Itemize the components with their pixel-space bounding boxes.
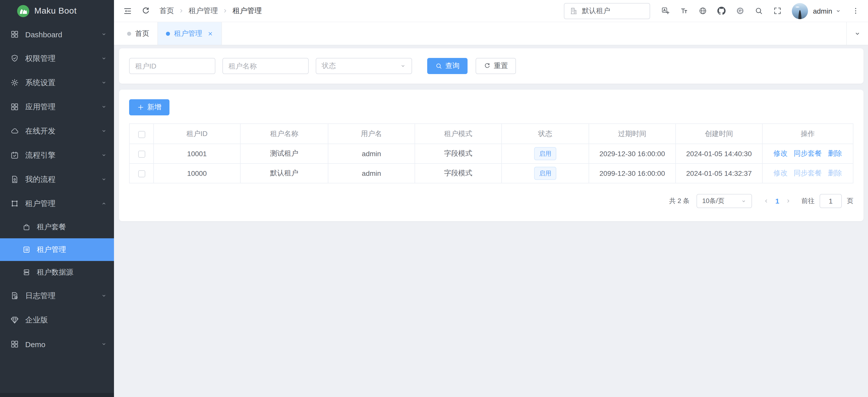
page-size-select[interactable]: 10条/页	[696, 194, 752, 208]
chevron-down-icon	[854, 30, 861, 37]
refresh-icon	[484, 63, 491, 69]
pager: 1	[763, 197, 791, 205]
col-tenant-id: 租户ID	[154, 124, 240, 144]
page-size-value: 10条/页	[702, 197, 724, 205]
sidebar-item-label: 企业版	[25, 315, 107, 325]
chevron-down-icon	[101, 341, 107, 347]
avatar[interactable]	[792, 3, 808, 19]
diamond-icon	[10, 316, 19, 325]
page-number[interactable]: 1	[775, 197, 779, 205]
tenant-select[interactable]: 默认租户	[564, 3, 650, 19]
status-badge[interactable]: 启用	[534, 167, 556, 180]
font-size-icon[interactable]	[680, 6, 688, 15]
sidebar-item-tenant-management[interactable]: 租户管理	[0, 192, 114, 216]
shield-check-icon	[10, 54, 19, 63]
demo-grid-icon	[10, 339, 19, 349]
fullscreen-icon[interactable]	[773, 6, 782, 15]
search-icon[interactable]	[754, 6, 763, 15]
gear-icon	[10, 78, 19, 87]
close-icon[interactable]	[207, 31, 213, 36]
cell-expire-time: 2029-12-30 16:00:00	[589, 144, 676, 164]
reset-button[interactable]: 重置	[475, 58, 516, 74]
delete-link[interactable]: 删除	[828, 149, 842, 158]
calendar-check-icon	[10, 151, 19, 160]
sidebar-subitem-tenant-management-active[interactable]: 租户管理	[0, 238, 114, 261]
add-button[interactable]: 新增	[129, 99, 169, 115]
status-select-placeholder: 状态	[322, 62, 336, 70]
apps-grid-icon	[10, 102, 19, 111]
chevron-down-icon	[101, 31, 107, 37]
sidebar-subitem-tenant-package[interactable]: 租户套餐	[0, 216, 114, 238]
sidebar-item-workflow-engine[interactable]: 流程引擎	[0, 143, 114, 167]
refresh-icon[interactable]	[141, 6, 150, 15]
sidebar-item-my-workflow[interactable]: 我的流程	[0, 167, 114, 192]
github-icon[interactable]	[717, 6, 726, 15]
sidebar-item-system-settings[interactable]: 系统设置	[0, 70, 114, 95]
chevron-down-icon	[101, 56, 107, 62]
log-document-icon	[10, 291, 19, 300]
chevron-right-icon	[222, 7, 228, 14]
sidebar-item-label: Demo	[25, 340, 101, 349]
goto-page-input[interactable]	[819, 194, 842, 208]
status-badge[interactable]: 启用	[534, 147, 556, 160]
sidebar-item-label: 我的流程	[25, 174, 101, 184]
col-mode: 租户模式	[415, 124, 502, 144]
search-button[interactable]: 查询	[427, 58, 468, 74]
add-button-label: 新增	[147, 103, 161, 112]
sidebar-item-app-management[interactable]: 应用管理	[0, 95, 114, 119]
content: 状态 查询 重置 新增	[114, 45, 868, 397]
user-menu[interactable]: admin	[813, 7, 841, 15]
pagination: 共 2 条 10条/页 1 前往 页	[129, 194, 854, 208]
topbar: 首页 租户管理 租户管理 默认租户	[114, 0, 868, 22]
row-checkbox[interactable]	[138, 170, 145, 177]
chevron-down-icon	[101, 176, 107, 183]
status-select[interactable]: 状态	[316, 58, 412, 74]
server-icon	[22, 268, 31, 276]
delete-link-disabled[interactable]: 删除	[828, 169, 842, 178]
chevron-up-icon	[101, 200, 107, 206]
sidebar-item-dashboard[interactable]: Dashboard	[0, 22, 114, 46]
sidebar-subitem-label: 租户数据源	[37, 267, 73, 277]
sidebar-subitem-tenant-datasource[interactable]: 租户数据源	[0, 261, 114, 284]
row-checkbox[interactable]	[138, 151, 145, 158]
breadcrumb-home[interactable]: 首页	[159, 6, 174, 15]
cell-create-time: 2024-01-05 14:40:30	[676, 144, 762, 164]
gitee-icon[interactable]	[736, 6, 744, 15]
sidebar-item-label: 租户管理	[25, 199, 101, 208]
next-page-icon[interactable]	[785, 198, 791, 204]
app-title: Maku Boot	[34, 6, 77, 16]
prev-page-icon[interactable]	[763, 198, 769, 204]
cell-username: admin	[328, 144, 415, 164]
chevron-down-icon	[101, 152, 107, 158]
sidebar-item-online-dev[interactable]: 在线开发	[0, 119, 114, 143]
search-button-label: 查询	[445, 62, 460, 70]
tenant-id-input[interactable]	[129, 58, 215, 74]
table-card: 新增 租户ID 租户名称 用户名 租户模式	[119, 90, 864, 221]
edit-link[interactable]: 修改	[773, 149, 787, 158]
bag-icon	[22, 223, 31, 231]
tab-label: 首页	[135, 29, 149, 38]
kebab-menu-icon[interactable]	[851, 6, 860, 15]
cell-tenant-id: 10000	[154, 164, 240, 183]
sidebar-item-log-management[interactable]: 日志管理	[0, 284, 114, 308]
sidebar-item-demo[interactable]: Demo	[0, 332, 114, 356]
tab-home[interactable]: 首页	[119, 22, 158, 45]
pagination-total: 共 2 条	[669, 197, 689, 205]
tab-tenant-management[interactable]: 租户管理	[158, 22, 222, 45]
sync-package-link-disabled[interactable]: 同步套餐	[794, 169, 822, 178]
sidebar-item-permissions[interactable]: 权限管理	[0, 46, 114, 70]
edit-link-disabled[interactable]: 修改	[773, 169, 787, 178]
sync-package-link[interactable]: 同步套餐	[794, 149, 822, 158]
collapse-sidebar-icon[interactable]	[123, 6, 132, 15]
breadcrumb-section[interactable]: 租户管理	[189, 6, 218, 15]
select-all-checkbox[interactable]	[138, 131, 145, 138]
logo[interactable]: Maku Boot	[0, 0, 114, 22]
cell-mode: 字段模式	[415, 144, 502, 164]
sidebar-item-enterprise[interactable]: 企业版	[0, 308, 114, 332]
col-tenant-name: 租户名称	[240, 124, 328, 144]
filter-card: 状态 查询 重置	[119, 48, 864, 84]
translate-icon[interactable]	[661, 6, 670, 15]
tenant-name-input[interactable]	[222, 58, 309, 74]
globe-icon[interactable]	[699, 6, 707, 15]
tab-options-button[interactable]	[846, 22, 868, 45]
